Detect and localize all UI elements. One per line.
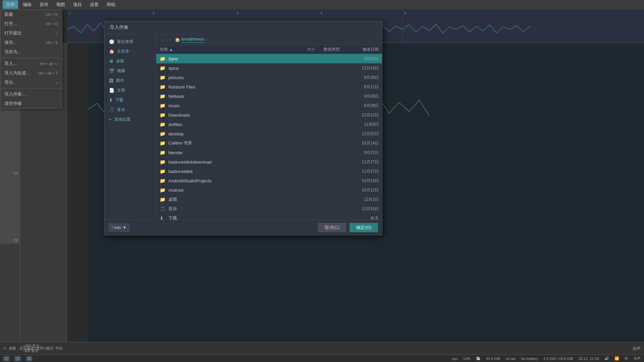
- tab-1[interactable]: 1: [3, 356, 9, 361]
- svg-text:5: 5: [404, 11, 406, 15]
- filter-label: *.wav: [111, 225, 121, 230]
- file-row[interactable]: 📁 Downloads 12月12日: [156, 110, 382, 120]
- file-icon: 📁: [160, 103, 166, 108]
- file-row[interactable]: 📁 桌面 12月1日: [156, 195, 382, 204]
- file-name: desktop: [168, 131, 288, 136]
- video-icon: 🎬: [109, 68, 114, 73]
- sidebar-label-pictures: 图片: [116, 78, 124, 83]
- dialog-main: ‹ › 🏠 breathiness › 名称 ▲ 大小 数据类型 修改日期: [156, 34, 382, 220]
- file-dialog: 导入伴奏 🕐 最近使用 🏠 主目录 🖥 桌面 🎬 视频 🖼 图片: [104, 21, 382, 235]
- breadcrumb-arrow: ›: [206, 37, 207, 42]
- ok-button[interactable]: 确定(O): [350, 223, 378, 232]
- menu-settings[interactable]: 设置: [87, 0, 102, 9]
- dialog-title: 导入伴奏: [104, 21, 382, 34]
- file-row[interactable]: 📁 pictures 9月28日: [156, 73, 382, 82]
- file-date: 9月28日: [348, 103, 379, 109]
- sidebar-desktop[interactable]: 🖥 桌面: [104, 56, 156, 66]
- cancel-button[interactable]: 取消(C): [318, 223, 346, 232]
- menu-note[interactable]: 音符: [36, 0, 52, 9]
- menu-import-track[interactable]: 导入为轨道... ctrl + alt + T: [0, 68, 62, 78]
- file-row[interactable]: 📁 dotfiles 11月8日: [156, 120, 382, 129]
- file-name: Android: [168, 188, 288, 193]
- file-row[interactable]: 📁 baidunetdiskdownload 11月27日: [156, 157, 382, 167]
- file-row[interactable]: ⬇ 下载 昨天: [156, 214, 382, 220]
- menu-file[interactable]: 文件: [3, 0, 18, 9]
- sidebar-home[interactable]: 🏠 主目录: [104, 47, 156, 56]
- file-icon: ⬇: [160, 216, 166, 220]
- file-row[interactable]: 🎵 音乐 12月15日: [156, 204, 382, 214]
- menu-new[interactable]: 新建 ctrl + N: [0, 10, 62, 19]
- menu-project[interactable]: 项目: [70, 0, 85, 9]
- sidebar-documents[interactable]: 📄 文档: [104, 85, 156, 95]
- menu-view[interactable]: 视图: [53, 0, 68, 9]
- sidebar-music[interactable]: 🎵 音乐: [104, 105, 156, 115]
- file-row[interactable]: 📁 Android 10月12日: [156, 185, 382, 195]
- sidebar-recent[interactable]: 🕐 最近使用: [104, 37, 156, 47]
- menu-open[interactable]: 打开... ctrl + O: [0, 19, 62, 28]
- music-icon: 🎵: [109, 107, 114, 112]
- file-icon: 📁: [160, 84, 166, 89]
- file-name: baidunetdiskdownload: [168, 160, 288, 165]
- recent-icon: 🕐: [109, 39, 114, 44]
- file-icon: 📁: [160, 169, 166, 174]
- sort-arrow: ▲: [169, 47, 173, 52]
- sidebar-label-recent: 最近使用: [117, 39, 133, 45]
- menu-import-backing[interactable]: 导入伴奏...: [0, 89, 62, 99]
- file-icon: 📁: [160, 150, 166, 155]
- menu-save[interactable]: 保存... ctrl + S: [0, 38, 62, 47]
- network-icon: 📶: [614, 356, 619, 361]
- sidebar-video[interactable]: 🎬 视频: [104, 66, 156, 76]
- menu-import[interactable]: 导入... ctrl + alt + i: [0, 59, 62, 68]
- documents-icon: 📄: [109, 88, 114, 93]
- menu-clear-backing[interactable]: 清空伴奏: [0, 99, 62, 108]
- file-row[interactable]: 📁 desktop 12月22日: [156, 129, 382, 138]
- piano-key-c2[interactable]: C2: [0, 177, 20, 244]
- menu-save-as[interactable]: 另存为...: [0, 47, 62, 57]
- filter-dropdown[interactable]: *.wav ▼: [108, 224, 129, 232]
- menu-open-recent[interactable]: 打开最近 ›: [0, 28, 62, 38]
- collapse-icon[interactable]: ▼: [3, 347, 7, 350]
- file-date: 9月11日: [348, 84, 379, 90]
- file-name: blender: [168, 150, 288, 155]
- tab-2[interactable]: 2: [15, 356, 21, 361]
- file-icon: 📁: [160, 56, 166, 61]
- file-row[interactable]: 📁 music 9月28日: [156, 101, 382, 110]
- file-row[interactable]: 📁 Calibre 书库 10月14日: [156, 138, 382, 148]
- file-date: 10月12日: [348, 187, 379, 193]
- settings-icon[interactable]: ⚙: [625, 356, 628, 361]
- sidebar-label-downloads: 下载: [115, 97, 123, 103]
- col-header-name[interactable]: 名称 ▲: [160, 47, 288, 52]
- col-header-size[interactable]: 大小: [288, 47, 315, 52]
- file-date: 12月22日: [348, 131, 379, 137]
- file-row[interactable]: 📁 Sync 9月15日: [156, 54, 382, 63]
- forward-button[interactable]: ›: [167, 36, 173, 43]
- sidebar-pictures[interactable]: 🖼 图片: [104, 76, 156, 85]
- value-positive: +300 音分: [23, 342, 40, 349]
- file-row[interactable]: 📁 spica 12月14日: [156, 63, 382, 73]
- desktop-icon: 🖥: [109, 59, 113, 64]
- file-row[interactable]: 📁 Nutstore Files 9月11日: [156, 82, 382, 92]
- sidebar-label-desktop: 桌面: [116, 58, 124, 64]
- sidebar-downloads[interactable]: ⬇ 下载: [104, 95, 156, 105]
- file-date: 9月28日: [348, 75, 379, 80]
- col-header-date[interactable]: 修改日期: [348, 47, 379, 52]
- menu-help[interactable]: 帮助: [103, 0, 119, 9]
- menubar: 文件 编辑 音符 视图 项目 设置 帮助: [0, 0, 644, 9]
- tab-6[interactable]: 6: [26, 356, 32, 361]
- menu-export[interactable]: 导出... ›: [0, 78, 62, 87]
- piano-key-c3[interactable]: C3: [0, 110, 20, 177]
- back-button[interactable]: ‹: [160, 36, 165, 43]
- file-icon: 📁: [160, 112, 166, 118]
- file-date: 11月27日: [348, 159, 379, 165]
- col-header-type[interactable]: 数据类型: [315, 47, 348, 52]
- file-name: Downloads: [168, 113, 288, 118]
- file-row[interactable]: 📁 NHbook 9月28日: [156, 92, 382, 101]
- file-icon: 📁: [160, 122, 166, 127]
- file-row[interactable]: 📁 baidunetdisk 11月27日: [156, 167, 382, 176]
- file-name: 下载: [168, 215, 288, 220]
- file-row[interactable]: 📁 blender 9月21日: [156, 148, 382, 157]
- svg-text:2: 2: [153, 11, 155, 15]
- file-row[interactable]: 📁 AndroidStudioProjects 10月13日: [156, 176, 382, 185]
- sidebar-other[interactable]: + 其他位置: [104, 115, 156, 124]
- menu-edit[interactable]: 编辑: [19, 0, 35, 9]
